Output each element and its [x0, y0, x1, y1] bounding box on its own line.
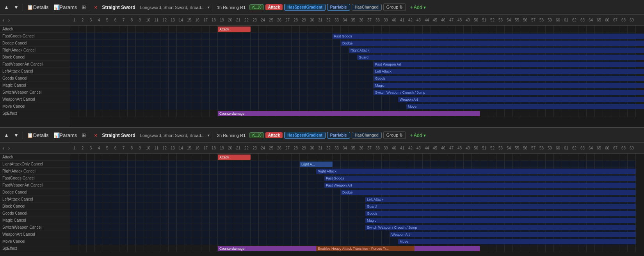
timeline-block[interactable]: Move [398, 239, 636, 244]
grid-number: 1 [70, 146, 78, 150]
grid-number: 17 [201, 146, 210, 150]
panel2-nav-row: ‹ › [0, 143, 70, 154]
timeline-block[interactable]: Light A... [300, 162, 333, 167]
timeline-block[interactable]: Guard [365, 204, 636, 209]
grid-number: 62 [570, 146, 578, 150]
panel1-prev-btn[interactable]: ‹ [2, 18, 5, 23]
grid-number: 55 [513, 18, 521, 22]
panel1-details-btn[interactable]: 📋 Details [25, 4, 50, 11]
timeline-block[interactable]: Guard [357, 55, 644, 60]
grid-row: Right Attack [70, 168, 636, 175]
timeline-block[interactable]: Right Attack [316, 169, 636, 174]
panel2-weapon-dropdown[interactable]: ▾ [208, 133, 210, 137]
timeline-block[interactable]: Weapon Art [398, 97, 644, 102]
timeline-block[interactable]: Fast Goods [324, 176, 636, 181]
timeline-block[interactable]: Magic [365, 218, 636, 223]
panel1-down-btn[interactable]: ▼ [12, 4, 20, 11]
panel2-close-btn[interactable]: × [93, 132, 99, 139]
row-label: RightAttack Cancel [0, 47, 70, 54]
timeline-block[interactable]: Switch Weapon / Crouch / Jump [365, 225, 636, 230]
grid-number: 29 [300, 18, 308, 22]
panel1-tag-speed[interactable]: HasSpeedGradient [284, 4, 325, 11]
grid-number: 52 [488, 18, 496, 22]
timeline-block[interactable]: Goods [365, 211, 636, 216]
panel2-next-btn[interactable]: › [7, 146, 11, 151]
grid-number: 46 [439, 146, 447, 150]
panel2-down-btn[interactable]: ▼ [12, 132, 20, 139]
panel2-group-btn[interactable]: Group ⇅ [383, 132, 406, 139]
details2-icon: 📋 [27, 132, 33, 138]
grid-number: 60 [554, 146, 562, 150]
panel1-add-btn[interactable]: + Add ▾ [407, 4, 428, 11]
panel1-grid-btn[interactable]: ⊞ [80, 4, 87, 11]
row-label: WeaponArt Cancel [0, 96, 70, 103]
panel2-grid[interactable]: AttackLight A...Right AttackFast GoodsFa… [70, 154, 644, 256]
timeline-block[interactable]: Fast Weapon Art [374, 62, 644, 67]
panel2-prev-btn[interactable]: ‹ [2, 146, 5, 151]
timeline-block[interactable]: Magic [374, 83, 644, 88]
panel2-details-btn[interactable]: 📋 Details [25, 132, 50, 139]
timeline-block[interactable]: Weapon Art [390, 232, 636, 237]
grid-number: 23 [251, 18, 259, 22]
panel2-tag-attack[interactable]: Attack [265, 132, 283, 138]
grid-number: 58 [537, 18, 546, 22]
panel1-close-btn[interactable]: × [93, 4, 99, 11]
panel1-timeline: ‹ › AttackFastGoods CancelDodge CancelRi… [0, 15, 644, 127]
timeline-block[interactable]: Goods [374, 76, 644, 81]
grid-number: 54 [505, 146, 513, 150]
panel1-next-btn[interactable]: › [7, 18, 11, 23]
grid-number: 25 [267, 146, 275, 150]
panel2-tag-speed[interactable]: HasSpeedGradient [284, 132, 325, 139]
grid-number: 22 [242, 146, 251, 150]
grid-number: 47 [447, 18, 455, 22]
grid-number: 16 [193, 18, 201, 22]
panel1-group-btn[interactable]: Group ⇅ [383, 4, 406, 11]
grid-number: 5 [103, 146, 111, 150]
panel2-tag-parriable[interactable]: Parriable [327, 132, 350, 139]
grid-number: 39 [382, 18, 390, 22]
grid-row: Attack [70, 26, 636, 33]
grid-number: 53 [496, 146, 505, 150]
panel1-up-btn[interactable]: ▲ [2, 4, 11, 11]
panel2-up-btn[interactable]: ▲ [2, 132, 11, 139]
grid-number: 32 [324, 18, 333, 22]
panel1-tag-attack[interactable]: Attack [265, 4, 283, 10]
timeline-block[interactable]: Attack [218, 155, 251, 160]
panel2-add-btn[interactable]: + Add ▾ [407, 132, 428, 139]
panel2-weapon-name: Straight Sword [100, 133, 137, 138]
grid-row: Fast Goods [70, 33, 636, 40]
grid-number: 59 [546, 18, 554, 22]
panel1-grid[interactable]: AttackFast GoodsDodgeRight AttackGuardFa… [70, 26, 644, 127]
panel2-tag-changed[interactable]: HasChanged [352, 132, 382, 139]
panel1-weapon-dropdown[interactable]: ▾ [208, 5, 210, 9]
grid-number: 61 [562, 146, 570, 150]
row-label: SpEffect [0, 245, 70, 252]
timeline-block[interactable]: Fast Goods [333, 34, 644, 39]
grid-number: 13 [169, 18, 177, 22]
panel1-tag-parriable[interactable]: Parriable [327, 4, 350, 11]
timeline-block[interactable]: Enables Heavy Attack Transition - Forces… [316, 246, 415, 251]
grid-number: 6 [111, 146, 119, 150]
panel2-grid-btn[interactable]: ⊞ [80, 132, 87, 139]
toolbar-1: ▲ ▼ 📋 Details 📊 Params ⊞ × Straight Swor… [0, 0, 644, 15]
timeline-block[interactable]: Switch Weapon / Crouch / Jump [374, 90, 644, 95]
grid-number: 64 [587, 146, 595, 150]
timeline-block[interactable]: Dodge [341, 190, 636, 195]
panel1-tag-changed[interactable]: HasChanged [352, 4, 382, 11]
grid-row: Switch Weapon / Crouch / Jump [70, 89, 636, 96]
grid-number: 15 [185, 18, 193, 22]
timeline-block[interactable]: Counterdamage [218, 111, 480, 116]
timeline-block[interactable]: Left Attack [374, 69, 644, 74]
grid-row: Dodge [70, 40, 636, 47]
grid-number: 11 [152, 146, 160, 150]
panel2-params-btn[interactable]: 📊 Params [52, 132, 79, 139]
timeline-block[interactable]: Dodge [341, 41, 644, 46]
panel1-params-btn[interactable]: 📊 Params [52, 4, 79, 11]
timeline-block[interactable]: Left Attack [365, 197, 636, 202]
timeline-block[interactable]: Fast Weapon Art [324, 183, 636, 188]
timeline-block[interactable]: Attack [218, 27, 251, 32]
timeline-block[interactable]: Right Attack [349, 48, 644, 53]
row-label: FastWeaponArt Cancel [0, 61, 70, 68]
timeline-block[interactable]: Move [406, 104, 644, 109]
sep1 [23, 4, 23, 11]
